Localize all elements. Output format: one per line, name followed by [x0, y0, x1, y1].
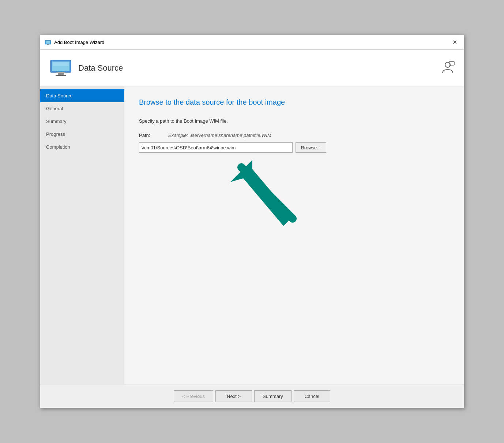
computer-icon	[49, 56, 72, 80]
svg-rect-1	[46, 41, 50, 44]
title-bar: Add Boot Image Wizard ✕	[40, 35, 464, 50]
main-heading: Browse to the data source for the boot i…	[139, 98, 449, 107]
sidebar-item-completion[interactable]: Completion	[40, 141, 124, 153]
next-button[interactable]: Next >	[215, 390, 252, 402]
path-input[interactable]	[139, 142, 293, 153]
browse-button[interactable]: Browse...	[296, 142, 326, 153]
person-icon	[440, 60, 455, 76]
sidebar-item-data-source[interactable]: Data Source	[40, 89, 124, 102]
path-example: Example: \\servername\sharename\path\fil…	[168, 133, 271, 138]
svg-rect-9	[56, 72, 65, 73]
sidebar-item-progress[interactable]: Progress	[40, 128, 124, 141]
header-title: Data Source	[78, 63, 123, 73]
sidebar: Data Source General Summary Progress Com…	[40, 86, 124, 384]
svg-rect-8	[56, 75, 66, 76]
path-input-row: Browse...	[139, 142, 449, 153]
title-bar-left: Add Boot Image Wizard	[45, 39, 104, 46]
summary-button[interactable]: Summary	[254, 390, 292, 402]
description-text: Specify a path to the Boot Image WIM fil…	[139, 118, 449, 124]
path-label: Path:	[139, 133, 154, 138]
header-section: Data Source	[40, 50, 464, 86]
main-panel: Browse to the data source for the boot i…	[124, 86, 464, 384]
svg-marker-14	[230, 160, 293, 226]
svg-rect-3	[46, 45, 50, 45]
svg-line-13	[241, 167, 293, 219]
sidebar-item-summary[interactable]: Summary	[40, 115, 124, 128]
wizard-icon	[45, 39, 51, 46]
content-area: Data Source General Summary Progress Com…	[40, 86, 464, 384]
cancel-button[interactable]: Cancel	[294, 390, 330, 402]
svg-rect-6	[53, 62, 69, 66]
add-boot-image-wizard-dialog: Add Boot Image Wizard ✕ Data Source	[40, 35, 464, 408]
arrow-svg	[230, 160, 304, 226]
header-left: Data Source	[49, 56, 123, 80]
footer: < Previous Next > Summary Cancel	[40, 384, 464, 408]
previous-button[interactable]: < Previous	[174, 390, 213, 402]
arrow-annotation	[230, 160, 304, 226]
path-section: Path: Example: \\servername\sharename\pa…	[139, 133, 449, 138]
title-bar-title: Add Boot Image Wizard	[54, 40, 104, 45]
sidebar-item-general[interactable]: General	[40, 102, 124, 115]
close-button[interactable]: ✕	[450, 39, 459, 46]
